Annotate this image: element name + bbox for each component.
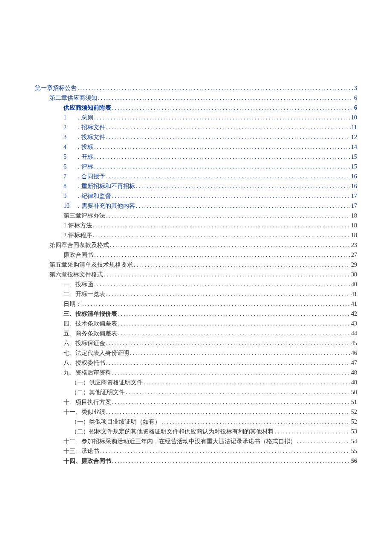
toc-entry-number: 1: [63, 113, 75, 122]
toc-entry-label: （一）类似项目业绩证明（如有）: [71, 417, 161, 427]
toc-leader-dots: [129, 348, 350, 358]
toc-entry-number: 3: [63, 132, 75, 142]
toc-entry: 第三章评标办法18: [35, 211, 357, 221]
toc-entry[interactable]: 第二章供应商须知6: [35, 93, 357, 103]
toc-entry: 五、商务条款偏差表44: [35, 328, 357, 338]
toc-entry-page: 50: [350, 387, 357, 397]
toc-entry-page: 56: [350, 456, 357, 466]
toc-entry[interactable]: 10．需要补充的其他内容17: [35, 201, 357, 211]
toc-entry-page: 6: [353, 103, 357, 113]
toc-leader-dots: [109, 240, 350, 250]
toc-entry-page: 18: [350, 211, 357, 221]
toc-entry-label: 五、商务条款偏差表: [63, 328, 117, 338]
toc-entry[interactable]: 3．投标文件12: [35, 132, 357, 142]
toc-entry-page: 52: [350, 417, 357, 427]
toc-entry-number: 4: [63, 142, 75, 152]
toc-entry-page: 40: [350, 279, 357, 289]
toc-entry-label: ．总则: [75, 113, 93, 122]
toc-leader-dots: [105, 289, 350, 299]
toc-entry-label: 日期：: [63, 299, 81, 309]
toc-entry-label: 1.评标方法: [63, 221, 92, 230]
toc-entry: 六、投标保证金45: [35, 338, 357, 348]
toc-leader-dots: [81, 299, 350, 309]
toc-entry-page: 18: [350, 221, 357, 230]
toc-entry-label: ．招标文件: [75, 122, 105, 132]
toc-entry[interactable]: 1．总则10: [35, 113, 357, 122]
toc-leader-dots: [133, 260, 350, 270]
toc-leader-dots: [117, 309, 350, 319]
toc-entry-number: 10: [63, 201, 75, 211]
toc-leader-dots: [111, 456, 350, 466]
toc-entry-label: 供应商须知前附表: [63, 103, 111, 113]
toc-entry-number: 8: [63, 181, 75, 191]
toc-entry[interactable]: 4．投标14: [35, 142, 357, 152]
toc-leader-dots: [105, 407, 350, 417]
toc-entry-page: 54: [350, 436, 357, 446]
toc-entry-label: 2.评标程序: [63, 230, 92, 240]
toc-entry-label: 三、投标清单报价表: [63, 309, 117, 319]
toc-entry[interactable]: 6．评标15: [35, 162, 357, 171]
toc-entry-page: 38: [350, 270, 357, 279]
toc-entry-page: 46: [350, 348, 357, 358]
toc-entry-label: 四、技术条款偏差表: [63, 319, 117, 328]
toc-entry: 十四、廉政合同书56: [35, 456, 357, 466]
toc-entry-page: 17: [350, 191, 357, 201]
toc-entry[interactable]: 9．纪律和监督17: [35, 191, 357, 201]
toc-leader-dots: [117, 328, 350, 338]
toc-entry-label: ．评标: [75, 162, 93, 171]
toc-leader-dots: [93, 250, 350, 260]
toc-entry[interactable]: 8．重新招标和不再招标16: [35, 181, 357, 191]
toc-entry-page: 15: [350, 152, 357, 162]
toc-entry-label: ．投标文件: [75, 132, 105, 142]
toc-entry: 八、授权委托书47: [35, 358, 357, 368]
toc-leader-dots: [92, 230, 351, 240]
toc-leader-dots: [135, 201, 350, 211]
toc-entry-page: 41: [350, 299, 357, 309]
toc-entry: 十二、参加招标采购活动近三年内，在经营活动中没有重大违法记录承诺书（格式自拟）5…: [35, 436, 357, 446]
toc-entry: 七、法定代表人身份证明46: [35, 348, 357, 358]
toc-leader-dots: [77, 83, 353, 93]
toc-leader-dots: [143, 378, 350, 387]
toc-leader-dots: [99, 446, 350, 456]
toc-entry: 第四章合同条款及格式23: [35, 240, 357, 250]
toc-entry-label: 七、法定代表人身份证明: [63, 348, 129, 358]
toc-leader-dots: [296, 436, 350, 446]
toc-leader-dots: [93, 113, 350, 122]
toc-entry-page: 51: [350, 397, 357, 407]
toc-entry-page: 12: [350, 132, 357, 142]
toc-entry: （一）供应商资格证明文件48: [35, 378, 357, 387]
toc-entry-page: 18: [350, 230, 357, 240]
toc-entry-label: 十四、廉政合同书: [63, 456, 111, 466]
toc-leader-dots: [105, 338, 350, 348]
toc-entry-label: （二）招标文件规定的其他资格证明文件和供应商认为对投标有利的其他材料: [71, 427, 274, 436]
toc-entry-label: ．重新招标和不再招标: [75, 181, 135, 191]
toc-entry-label: ．纪律和监督: [75, 191, 111, 201]
toc-entry-label: 第五章采购清单及技术规格要求: [49, 260, 133, 270]
toc-entry-page: 10: [350, 113, 357, 122]
toc-leader-dots: [93, 142, 350, 152]
toc-entry: （二）招标文件规定的其他资格证明文件和供应商认为对投标有利的其他材料53: [35, 427, 357, 436]
toc-leader-dots: [111, 397, 350, 407]
toc-entry-label: 第一章招标公告: [35, 83, 77, 93]
toc-entry-page: 47: [350, 358, 357, 368]
toc-leader-dots: [93, 279, 350, 289]
toc-leader-dots: [93, 152, 350, 162]
toc-entry-number: 5: [63, 152, 75, 162]
toc-entry[interactable]: 5．开标15: [35, 152, 357, 162]
toc-entry-page: 29: [350, 260, 357, 270]
toc-entry[interactable]: 7．合同授予16: [35, 171, 357, 181]
toc-leader-dots: [274, 427, 350, 436]
toc-entry-label: 二、开标一览表: [63, 289, 105, 299]
toc-leader-dots: [161, 417, 350, 427]
toc-entry-label: ．需要补充的其他内容: [75, 201, 135, 211]
toc-entry[interactable]: 2．招标文件11: [35, 122, 357, 132]
toc-entry: 十、项目执行方案51: [35, 397, 357, 407]
toc-entry[interactable]: 供应商须知前附表6: [35, 103, 357, 113]
toc-entry-label: 第三章评标办法: [63, 211, 105, 221]
toc-entry: 2.评标程序18: [35, 230, 357, 240]
toc-entry-label: 第二章供应商须知: [49, 93, 97, 103]
toc-leader-dots: [105, 171, 350, 181]
toc-leader-dots: [92, 221, 351, 230]
toc-entry[interactable]: 第一章招标公告3: [35, 83, 357, 93]
toc-leader-dots: [135, 181, 350, 191]
